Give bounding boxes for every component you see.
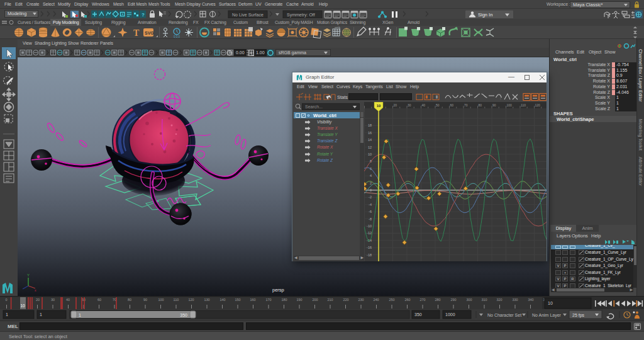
- svg-text:150: 150: [235, 298, 240, 302]
- svg-text:250: 250: [389, 298, 394, 302]
- svg-text:10: 10: [548, 301, 553, 305]
- svg-text:340: 340: [528, 298, 533, 302]
- svg-text:90: 90: [492, 103, 496, 107]
- svg-text:10: 10: [377, 104, 381, 108]
- svg-text:Symmetry: Off: Symmetry: Off: [287, 13, 315, 18]
- svg-text:170: 170: [265, 298, 271, 302]
- svg-text:310: 310: [481, 298, 487, 302]
- svg-text:200: 200: [312, 298, 318, 302]
- svg-text:180: 180: [281, 298, 287, 302]
- svg-text:230: 230: [358, 298, 364, 302]
- svg-text:160: 160: [250, 298, 255, 302]
- svg-text:220: 220: [343, 298, 348, 302]
- svg-text:-16: -16: [367, 246, 372, 249]
- svg-text:25 fps: 25 fps: [572, 313, 585, 318]
- svg-text:140: 140: [219, 298, 225, 302]
- svg-text:70: 70: [464, 103, 468, 107]
- svg-text:320: 320: [496, 298, 502, 302]
- svg-text:100: 100: [158, 298, 164, 302]
- svg-text:190: 190: [296, 298, 302, 302]
- svg-text:300: 300: [466, 298, 472, 302]
- svg-text:80: 80: [479, 103, 482, 107]
- svg-text:No Character Set: No Character Set: [487, 313, 521, 317]
- svg-text:0: 0: [370, 188, 372, 192]
- svg-text:20: 20: [36, 298, 40, 302]
- svg-text:40: 40: [66, 298, 70, 302]
- svg-text:120: 120: [188, 298, 194, 302]
- svg-text:90: 90: [143, 298, 147, 302]
- svg-text:1: 1: [6, 312, 8, 317]
- svg-text:120: 120: [535, 103, 541, 107]
- svg-text:10: 10: [20, 303, 25, 308]
- svg-text:110: 110: [174, 298, 179, 302]
- svg-text:14: 14: [368, 138, 372, 142]
- svg-text:-6: -6: [369, 210, 372, 213]
- svg-text:10: 10: [368, 152, 372, 156]
- svg-text:1000: 1000: [445, 312, 455, 317]
- svg-text:4: 4: [370, 174, 372, 178]
- svg-text:130: 130: [204, 298, 209, 302]
- svg-text:60: 60: [450, 103, 454, 107]
- svg-text:30: 30: [408, 103, 411, 107]
- svg-text:-8: -8: [369, 217, 372, 221]
- svg-text:0: 0: [5, 298, 7, 302]
- svg-text:No Anim Layer: No Anim Layer: [532, 313, 562, 318]
- svg-text:-10: -10: [367, 224, 372, 228]
- svg-text:-18: -18: [367, 253, 372, 257]
- svg-text:50: 50: [82, 298, 86, 302]
- svg-text:100: 100: [507, 103, 513, 107]
- svg-text:210: 210: [327, 298, 333, 302]
- svg-text:330: 330: [512, 298, 518, 302]
- svg-text:80: 80: [128, 298, 131, 302]
- svg-text:60: 60: [97, 298, 101, 302]
- svg-text:70: 70: [113, 298, 116, 302]
- svg-text:Sign In: Sign In: [478, 12, 492, 18]
- svg-text:240: 240: [373, 298, 379, 302]
- svg-text:260: 260: [404, 298, 410, 302]
- svg-text:110: 110: [521, 103, 526, 107]
- svg-text:0,0,0: 0,0,0: [174, 35, 180, 38]
- svg-text:No Live Surface: No Live Surface: [232, 13, 264, 17]
- svg-text:20: 20: [394, 103, 397, 107]
- svg-text:270: 270: [419, 298, 425, 302]
- svg-text:16: 16: [368, 131, 372, 135]
- svg-text:350: 350: [180, 313, 187, 317]
- svg-text:40: 40: [422, 103, 426, 107]
- svg-text:?: ?: [142, 12, 145, 18]
- svg-text:T: T: [133, 28, 140, 38]
- svg-text:12: 12: [368, 145, 372, 149]
- svg-text:1: 1: [79, 313, 81, 317]
- svg-text:30: 30: [51, 298, 55, 302]
- svg-text:350: 350: [414, 312, 422, 317]
- svg-text:290: 290: [450, 298, 456, 302]
- svg-text:Y: Y: [27, 273, 30, 277]
- svg-text:50: 50: [436, 103, 440, 107]
- svg-text:1: 1: [40, 312, 42, 317]
- svg-text:280: 280: [435, 298, 440, 302]
- svg-text:SVG: SVG: [145, 31, 154, 35]
- svg-text:-12: -12: [367, 231, 372, 235]
- svg-text:-2: -2: [369, 195, 372, 199]
- svg-text:18: 18: [368, 123, 372, 127]
- svg-text:-4: -4: [369, 203, 372, 207]
